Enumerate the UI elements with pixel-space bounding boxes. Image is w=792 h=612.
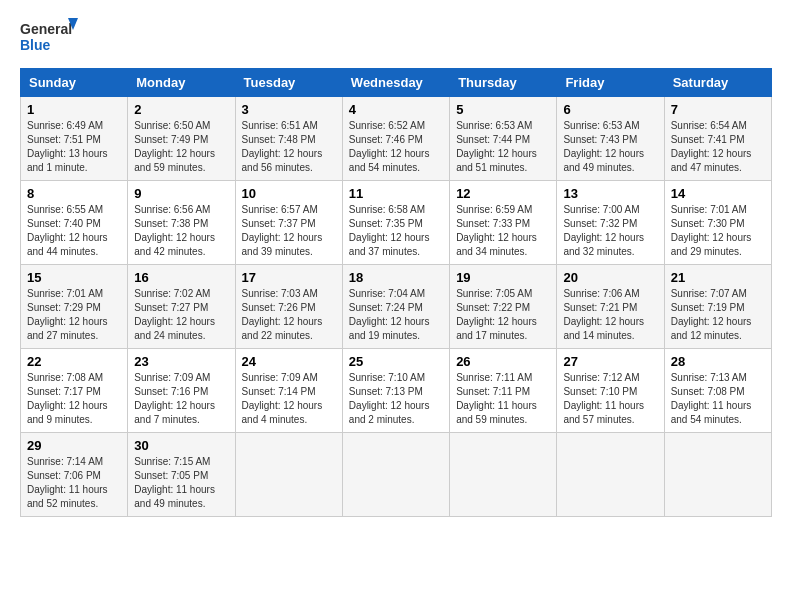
day-number: 3 — [242, 102, 336, 117]
calendar-cell: 30Sunrise: 7:15 AM Sunset: 7:05 PM Dayli… — [128, 433, 235, 517]
svg-text:Blue: Blue — [20, 37, 51, 53]
day-info: Sunrise: 7:05 AM Sunset: 7:22 PM Dayligh… — [456, 287, 550, 343]
calendar-cell: 7Sunrise: 6:54 AM Sunset: 7:41 PM Daylig… — [664, 97, 771, 181]
calendar-cell: 23Sunrise: 7:09 AM Sunset: 7:16 PM Dayli… — [128, 349, 235, 433]
day-number: 26 — [456, 354, 550, 369]
day-number: 20 — [563, 270, 657, 285]
day-info: Sunrise: 6:53 AM Sunset: 7:44 PM Dayligh… — [456, 119, 550, 175]
day-number: 5 — [456, 102, 550, 117]
day-info: Sunrise: 7:01 AM Sunset: 7:29 PM Dayligh… — [27, 287, 121, 343]
calendar-cell: 27Sunrise: 7:12 AM Sunset: 7:10 PM Dayli… — [557, 349, 664, 433]
calendar-cell: 10Sunrise: 6:57 AM Sunset: 7:37 PM Dayli… — [235, 181, 342, 265]
day-number: 10 — [242, 186, 336, 201]
calendar-cell: 17Sunrise: 7:03 AM Sunset: 7:26 PM Dayli… — [235, 265, 342, 349]
calendar-cell: 19Sunrise: 7:05 AM Sunset: 7:22 PM Dayli… — [450, 265, 557, 349]
day-number: 19 — [456, 270, 550, 285]
weekday-header-wednesday: Wednesday — [342, 69, 449, 97]
calendar-cell: 24Sunrise: 7:09 AM Sunset: 7:14 PM Dayli… — [235, 349, 342, 433]
day-number: 9 — [134, 186, 228, 201]
calendar-cell: 4Sunrise: 6:52 AM Sunset: 7:46 PM Daylig… — [342, 97, 449, 181]
day-info: Sunrise: 7:14 AM Sunset: 7:06 PM Dayligh… — [27, 455, 121, 511]
day-number: 17 — [242, 270, 336, 285]
day-number: 4 — [349, 102, 443, 117]
day-number: 24 — [242, 354, 336, 369]
day-info: Sunrise: 6:57 AM Sunset: 7:37 PM Dayligh… — [242, 203, 336, 259]
day-info: Sunrise: 6:52 AM Sunset: 7:46 PM Dayligh… — [349, 119, 443, 175]
calendar-cell: 20Sunrise: 7:06 AM Sunset: 7:21 PM Dayli… — [557, 265, 664, 349]
calendar-cell: 6Sunrise: 6:53 AM Sunset: 7:43 PM Daylig… — [557, 97, 664, 181]
calendar-week-row: 8Sunrise: 6:55 AM Sunset: 7:40 PM Daylig… — [21, 181, 772, 265]
calendar-cell: 15Sunrise: 7:01 AM Sunset: 7:29 PM Dayli… — [21, 265, 128, 349]
calendar-cell: 1Sunrise: 6:49 AM Sunset: 7:51 PM Daylig… — [21, 97, 128, 181]
calendar-cell: 9Sunrise: 6:56 AM Sunset: 7:38 PM Daylig… — [128, 181, 235, 265]
calendar-week-row: 29Sunrise: 7:14 AM Sunset: 7:06 PM Dayli… — [21, 433, 772, 517]
calendar-cell: 14Sunrise: 7:01 AM Sunset: 7:30 PM Dayli… — [664, 181, 771, 265]
day-number: 1 — [27, 102, 121, 117]
calendar-cell — [450, 433, 557, 517]
day-info: Sunrise: 7:11 AM Sunset: 7:11 PM Dayligh… — [456, 371, 550, 427]
calendar-cell: 26Sunrise: 7:11 AM Sunset: 7:11 PM Dayli… — [450, 349, 557, 433]
day-number: 7 — [671, 102, 765, 117]
day-number: 6 — [563, 102, 657, 117]
day-number: 29 — [27, 438, 121, 453]
calendar-week-row: 1Sunrise: 6:49 AM Sunset: 7:51 PM Daylig… — [21, 97, 772, 181]
day-number: 30 — [134, 438, 228, 453]
calendar-cell — [342, 433, 449, 517]
logo-svg: GeneralBlue — [20, 16, 80, 56]
calendar-cell: 22Sunrise: 7:08 AM Sunset: 7:17 PM Dayli… — [21, 349, 128, 433]
calendar-cell: 5Sunrise: 6:53 AM Sunset: 7:44 PM Daylig… — [450, 97, 557, 181]
page-header: GeneralBlue — [20, 16, 772, 56]
day-info: Sunrise: 7:07 AM Sunset: 7:19 PM Dayligh… — [671, 287, 765, 343]
day-info: Sunrise: 7:10 AM Sunset: 7:13 PM Dayligh… — [349, 371, 443, 427]
day-info: Sunrise: 7:06 AM Sunset: 7:21 PM Dayligh… — [563, 287, 657, 343]
day-info: Sunrise: 6:49 AM Sunset: 7:51 PM Dayligh… — [27, 119, 121, 175]
calendar-cell — [664, 433, 771, 517]
weekday-header-thursday: Thursday — [450, 69, 557, 97]
day-number: 16 — [134, 270, 228, 285]
weekday-header-saturday: Saturday — [664, 69, 771, 97]
day-info: Sunrise: 7:12 AM Sunset: 7:10 PM Dayligh… — [563, 371, 657, 427]
day-info: Sunrise: 7:01 AM Sunset: 7:30 PM Dayligh… — [671, 203, 765, 259]
day-number: 13 — [563, 186, 657, 201]
day-number: 25 — [349, 354, 443, 369]
calendar-cell: 18Sunrise: 7:04 AM Sunset: 7:24 PM Dayli… — [342, 265, 449, 349]
day-info: Sunrise: 7:15 AM Sunset: 7:05 PM Dayligh… — [134, 455, 228, 511]
weekday-header-tuesday: Tuesday — [235, 69, 342, 97]
day-number: 2 — [134, 102, 228, 117]
day-number: 23 — [134, 354, 228, 369]
day-info: Sunrise: 7:13 AM Sunset: 7:08 PM Dayligh… — [671, 371, 765, 427]
day-info: Sunrise: 7:02 AM Sunset: 7:27 PM Dayligh… — [134, 287, 228, 343]
calendar-cell: 8Sunrise: 6:55 AM Sunset: 7:40 PM Daylig… — [21, 181, 128, 265]
calendar-cell: 21Sunrise: 7:07 AM Sunset: 7:19 PM Dayli… — [664, 265, 771, 349]
calendar-cell — [557, 433, 664, 517]
day-info: Sunrise: 7:04 AM Sunset: 7:24 PM Dayligh… — [349, 287, 443, 343]
calendar-cell: 3Sunrise: 6:51 AM Sunset: 7:48 PM Daylig… — [235, 97, 342, 181]
calendar-cell: 11Sunrise: 6:58 AM Sunset: 7:35 PM Dayli… — [342, 181, 449, 265]
day-info: Sunrise: 7:03 AM Sunset: 7:26 PM Dayligh… — [242, 287, 336, 343]
svg-text:General: General — [20, 21, 72, 37]
day-number: 21 — [671, 270, 765, 285]
weekday-header-sunday: Sunday — [21, 69, 128, 97]
day-number: 18 — [349, 270, 443, 285]
day-number: 15 — [27, 270, 121, 285]
logo: GeneralBlue — [20, 16, 80, 56]
weekday-header-row: SundayMondayTuesdayWednesdayThursdayFrid… — [21, 69, 772, 97]
day-info: Sunrise: 7:09 AM Sunset: 7:16 PM Dayligh… — [134, 371, 228, 427]
calendar-week-row: 22Sunrise: 7:08 AM Sunset: 7:17 PM Dayli… — [21, 349, 772, 433]
calendar-cell: 2Sunrise: 6:50 AM Sunset: 7:49 PM Daylig… — [128, 97, 235, 181]
calendar-cell — [235, 433, 342, 517]
day-number: 14 — [671, 186, 765, 201]
day-info: Sunrise: 6:51 AM Sunset: 7:48 PM Dayligh… — [242, 119, 336, 175]
day-info: Sunrise: 6:54 AM Sunset: 7:41 PM Dayligh… — [671, 119, 765, 175]
day-info: Sunrise: 6:59 AM Sunset: 7:33 PM Dayligh… — [456, 203, 550, 259]
day-number: 22 — [27, 354, 121, 369]
day-info: Sunrise: 6:53 AM Sunset: 7:43 PM Dayligh… — [563, 119, 657, 175]
day-info: Sunrise: 6:56 AM Sunset: 7:38 PM Dayligh… — [134, 203, 228, 259]
day-info: Sunrise: 6:55 AM Sunset: 7:40 PM Dayligh… — [27, 203, 121, 259]
calendar-cell: 28Sunrise: 7:13 AM Sunset: 7:08 PM Dayli… — [664, 349, 771, 433]
day-info: Sunrise: 7:09 AM Sunset: 7:14 PM Dayligh… — [242, 371, 336, 427]
day-info: Sunrise: 7:08 AM Sunset: 7:17 PM Dayligh… — [27, 371, 121, 427]
day-number: 28 — [671, 354, 765, 369]
day-info: Sunrise: 7:00 AM Sunset: 7:32 PM Dayligh… — [563, 203, 657, 259]
weekday-header-monday: Monday — [128, 69, 235, 97]
